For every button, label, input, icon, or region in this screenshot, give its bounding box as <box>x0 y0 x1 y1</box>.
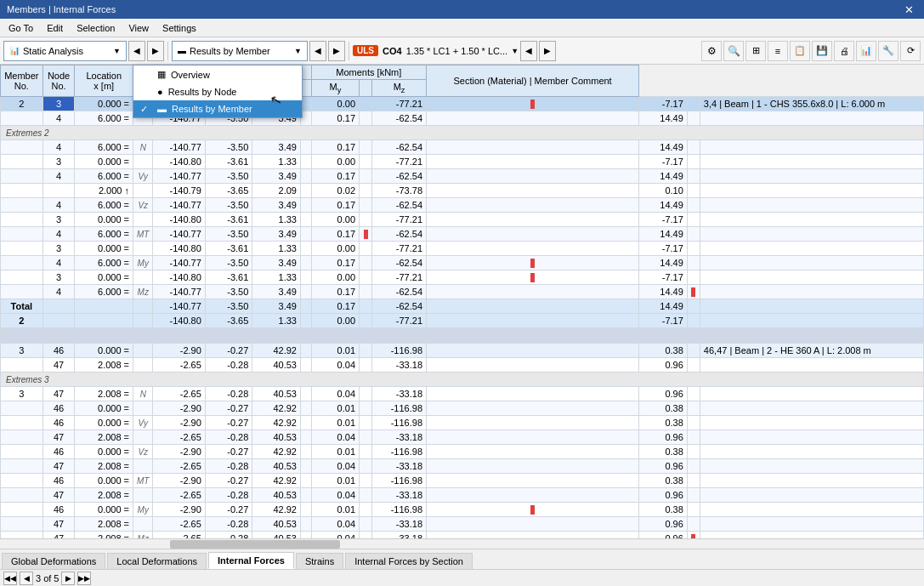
col-ind3 <box>360 80 372 97</box>
menu-edit[interactable]: Edit <box>40 21 70 35</box>
analysis-combo-icon: 📊 <box>9 46 20 55</box>
results-icon: ▬ <box>178 46 186 55</box>
tb-btn-4[interactable]: ≡ <box>768 41 788 61</box>
menu-view[interactable]: View <box>122 21 156 35</box>
filter-next-btn[interactable]: ▶ <box>328 41 345 61</box>
nav-next-status-btn[interactable]: ▶ <box>61 572 75 585</box>
tab-internal-forces[interactable]: Internal Forces <box>208 552 294 569</box>
tb-btn-6[interactable]: 💾 <box>812 41 832 61</box>
col-member-no: MemberNo. <box>1 65 43 97</box>
analysis-label: Static Analysis <box>23 46 110 56</box>
col-my-moments: My <box>311 80 359 97</box>
page-total: of 5 <box>43 573 59 583</box>
nav-prev-btn[interactable]: ◀ <box>128 41 145 61</box>
dropdown-item-results-by-node[interactable]: ● Results by Node <box>133 83 302 100</box>
col-mz: Mz <box>372 80 427 97</box>
tb-btn-7[interactable]: 🖨 <box>834 41 854 61</box>
tab-strains[interactable]: Strains <box>296 553 343 569</box>
tb-btn-8[interactable]: 📊 <box>856 41 876 61</box>
window-title: Members | Internal Forces <box>7 4 116 14</box>
nav-first-btn[interactable]: ◀◀ <box>3 572 17 585</box>
uls-badge: ULS <box>353 45 378 56</box>
analysis-dropdown-arrow: ▼ <box>113 47 121 55</box>
results-dropdown-menu: ▦ Overview ● Results by Node ✓ ▬ Results… <box>133 65 303 118</box>
lc-label: 1.35 * LC1 + 1.50 * LC... <box>406 46 508 56</box>
tab-internal-forces-by-section[interactable]: Internal Forces by Section <box>345 553 473 569</box>
h-scrollbar[interactable] <box>0 538 924 549</box>
close-button[interactable]: ✕ <box>901 3 917 16</box>
tb-btn-5[interactable]: 📋 <box>790 41 810 61</box>
col-location: Locationx [m] <box>75 65 133 97</box>
results-label: Results by Member <box>190 46 291 56</box>
tb-btn-3[interactable]: ⊞ <box>745 41 766 61</box>
menu-settings[interactable]: Settings <box>156 21 203 35</box>
nav-last-btn[interactable]: ▶▶ <box>77 572 91 585</box>
nav-prev-status-btn[interactable]: ◀ <box>20 572 33 585</box>
nav-next-btn[interactable]: ▶ <box>147 41 164 61</box>
dropdown-item-results-by-member[interactable]: ✓ ▬ Results by Member <box>133 100 302 117</box>
tab-local-deformations[interactable]: Local Deformations <box>107 553 207 569</box>
col-node-no: NodeNo. <box>43 65 75 97</box>
dropdown-item-overview[interactable]: ▦ Overview <box>133 65 302 83</box>
lc-nav-prev[interactable]: ◀ <box>520 41 537 61</box>
check-icon: ✓ <box>140 104 148 115</box>
lc-dropdown-arrow[interactable]: ▼ <box>511 47 519 55</box>
page-current: 3 <box>36 573 41 583</box>
menu-selection[interactable]: Selection <box>70 21 122 35</box>
tb-btn-9[interactable]: 🔧 <box>878 41 898 61</box>
tb-btn-1[interactable]: ⚙ <box>701 41 722 61</box>
col-comment: Section (Material) | Member Comment <box>427 65 639 97</box>
tab-global-deformations[interactable]: Global Deformations <box>2 553 105 569</box>
tb-btn-2[interactable]: 🔍 <box>723 41 744 61</box>
results-dropdown-arrow: ▼ <box>294 47 302 55</box>
lc-nav-next[interactable]: ▶ <box>539 41 556 61</box>
menu-goto[interactable]: Go To <box>2 21 40 35</box>
col-moments-group: Moments [kNm] <box>311 65 426 80</box>
co-label: CO4 <box>383 46 402 56</box>
results-table: MemberNo. NodeNo. Locationx [m] Forces [… <box>0 65 924 549</box>
tb-btn-10[interactable]: ⟳ <box>900 41 921 61</box>
filter-prev-btn[interactable]: ◀ <box>309 41 326 61</box>
results-combo[interactable]: ▬ Results by Member ▼ <box>172 41 308 61</box>
analysis-combo[interactable]: 📊 Static Analysis ▼ <box>3 41 127 61</box>
